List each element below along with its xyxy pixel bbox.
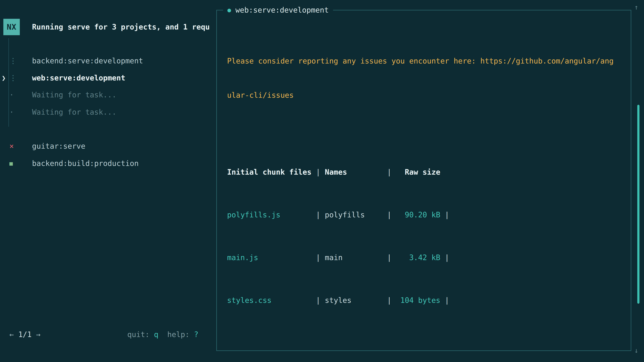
- task-item-web-serve[interactable]: ⋮ web:serve:development: [10, 69, 125, 86]
- issue-report-link[interactable]: ular-cli/issues: [227, 87, 631, 104]
- task-label: backend:serve:development: [32, 52, 143, 69]
- nx-logo: NX: [3, 19, 20, 35]
- quit-label: quit:: [127, 330, 154, 339]
- table-header-row: Initial chunk files| Names| Raw size: [227, 164, 631, 181]
- pipe: |: [387, 168, 396, 176]
- table-row: styles.css| styles| 104 bytes |: [227, 292, 631, 309]
- running-bullet-icon: ●: [228, 6, 231, 13]
- chunk-name: polyfills: [325, 206, 387, 223]
- task-item-backend-serve[interactable]: ⋮ backend:serve:development: [10, 52, 143, 69]
- task-label: backend:build:production: [32, 155, 139, 172]
- selected-task-chevron-icon: ❯: [2, 69, 6, 86]
- page-prev-icon[interactable]: ←: [10, 330, 14, 339]
- chunk-file: styles.css: [227, 292, 316, 309]
- status-bar-shortcuts: quit: q help: ?: [127, 326, 198, 343]
- chunk-name: main: [325, 249, 387, 266]
- failed-x-icon: ×: [10, 138, 32, 155]
- blank-line: [227, 121, 631, 138]
- page-indicator: 1/1: [18, 330, 32, 339]
- panel-title: ● web:serve:development: [223, 6, 333, 14]
- pipe: |: [440, 211, 449, 219]
- task-item-backend-build[interactable]: ■ backend:build:production: [10, 155, 139, 172]
- task-item-waiting-2[interactable]: · Waiting for task...: [10, 104, 116, 121]
- spinner-icon: ⋮: [10, 52, 32, 69]
- page-next-icon[interactable]: →: [36, 330, 40, 339]
- help-label: help:: [158, 330, 194, 339]
- header-file: Initial chunk files: [227, 164, 316, 181]
- task-item-waiting-1[interactable]: · Waiting for task...: [10, 86, 116, 103]
- blank-line: [227, 335, 631, 352]
- pagination: ←1/1→: [10, 326, 40, 343]
- table-row: main.js| main| 3.42 kB |: [227, 249, 631, 266]
- page-title: Running serve for 3 projects, and 1 requ: [32, 19, 215, 35]
- chunk-name: styles: [325, 292, 387, 309]
- chunk-file: polyfills.js: [227, 206, 316, 223]
- table-row: polyfills.js| polyfills| 90.20 kB |: [227, 206, 631, 223]
- help-key: ?: [194, 330, 198, 339]
- pipe: |: [316, 211, 325, 219]
- issue-report-line: Please consider reporting any issues you…: [227, 52, 631, 69]
- panel-title-label: web:serve:development: [236, 6, 329, 14]
- task-label: Waiting for task...: [32, 104, 116, 121]
- pipe: |: [387, 211, 396, 219]
- pipe: |: [440, 296, 449, 305]
- scroll-up-icon[interactable]: ↑: [634, 1, 638, 13]
- chunk-size: 104 bytes: [396, 292, 440, 309]
- task-label: web:serve:development: [32, 69, 125, 86]
- chunk-size: 3.42 kB: [396, 249, 440, 266]
- pipe: |: [316, 296, 325, 305]
- terminal-output: Please consider reporting any issues you…: [227, 35, 631, 362]
- header-raw-size: Raw size: [396, 164, 440, 181]
- chunk-file: main.js: [227, 249, 316, 266]
- scroll-down-icon[interactable]: ↓: [634, 345, 638, 356]
- pipe: |: [387, 253, 396, 262]
- scrollbar-thumb[interactable]: [637, 105, 640, 304]
- task-label: Waiting for task...: [32, 86, 116, 103]
- task-tree-line: [8, 38, 9, 127]
- pipe: |: [316, 168, 325, 176]
- chunk-size: 90.20 kB: [396, 206, 440, 223]
- pipe: |: [316, 253, 325, 262]
- task-item-guitar-serve[interactable]: × guitar:serve: [10, 138, 85, 155]
- pipe: |: [440, 253, 449, 262]
- waiting-dot-icon: ·: [10, 86, 32, 103]
- waiting-dot-icon: ·: [10, 104, 32, 121]
- pipe: |: [387, 296, 396, 305]
- task-label: guitar:serve: [32, 138, 85, 155]
- quit-key: q: [154, 330, 158, 339]
- success-square-icon: ■: [10, 155, 32, 172]
- header-names: Names: [325, 164, 387, 181]
- spinner-icon: ⋮: [10, 69, 32, 86]
